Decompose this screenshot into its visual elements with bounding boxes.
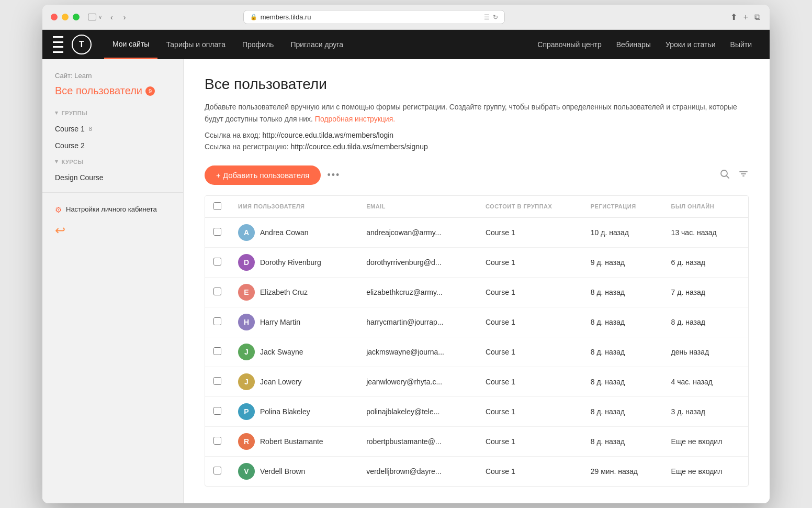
maximize-button[interactable] [73, 14, 80, 20]
user-reg: 10 д. назад [591, 228, 629, 237]
toolbar-right [719, 169, 749, 182]
avatar: H [238, 314, 255, 330]
row-checkbox-cell [205, 396, 230, 426]
table-row[interactable]: P Polina Blakeley polinajblakeley@tele..… [205, 396, 748, 426]
nav-profile[interactable]: Профиль [234, 30, 282, 59]
nav-lessons[interactable]: Уроки и статьи [658, 30, 723, 59]
toolbar: + Добавить пользователя ••• [205, 165, 749, 185]
row-email-cell: andreajcowan@army... [358, 217, 477, 247]
row-online-cell: 3 д. назад [663, 396, 748, 426]
row-checkbox-0[interactable] [213, 228, 221, 236]
nav-webinars[interactable]: Вебинары [609, 30, 658, 59]
sidebar: Сайт: Learn Все пользователи 9 ▾ ГРУППЫ … [42, 59, 184, 503]
table-row[interactable]: H Harry Martin harrycmartin@jourrap... C… [205, 307, 748, 337]
row-reg-cell: 8 д. назад [582, 277, 663, 307]
table-row[interactable]: R Robert Bustamante robertpbustamante@..… [205, 426, 748, 456]
address-bar[interactable]: 🔒 members.tilda.ru ☰ ↻ [243, 10, 505, 24]
instruction-link[interactable]: Подробная инструкция. [315, 115, 395, 123]
signup-link-label: Ссылка на регистрацию: http://cource.edu… [205, 142, 749, 151]
user-email: andreajcowan@army... [366, 228, 441, 237]
user-name: Harry Martin [260, 318, 300, 326]
row-groups-cell: Course 1 [477, 367, 582, 396]
avatar: A [238, 224, 255, 241]
row-reg-cell: 8 д. назад [582, 307, 663, 337]
nav-logout[interactable]: Выйти [723, 30, 759, 59]
share-button[interactable]: ⬆ [729, 11, 738, 23]
tabs-button[interactable]: ⧉ [753, 12, 761, 23]
row-groups-cell: Course 1 [477, 456, 582, 486]
user-online: 3 д. назад [671, 407, 705, 416]
row-checkbox-cell [205, 367, 230, 396]
row-reg-cell: 10 д. назад [582, 217, 663, 247]
sidebar-all-users[interactable]: Все пользователи 9 [42, 83, 183, 105]
table-row[interactable]: E Elizabeth Cruz elizabethkcruz@army... … [205, 277, 748, 307]
login-link-label: Ссылка на вход: http://cource.edu.tilda.… [205, 131, 749, 139]
row-checkbox-1[interactable] [213, 258, 221, 266]
user-groups: Course 1 [486, 378, 515, 386]
add-user-button[interactable]: + Добавить пользователя [205, 165, 321, 185]
user-reg: 8 д. назад [591, 437, 625, 446]
row-online-cell: 6 д. назад [663, 247, 748, 277]
user-email: jeanwlowery@rhyta.c... [366, 378, 442, 386]
row-checkbox-8[interactable] [213, 467, 221, 474]
row-checkbox-3[interactable] [213, 317, 221, 325]
search-button[interactable] [719, 169, 730, 182]
avatar: D [238, 254, 255, 271]
sidebar-divider [42, 192, 183, 193]
minimize-button[interactable] [62, 14, 69, 20]
row-name-cell: J Jean Lowery [230, 367, 358, 396]
login-link[interactable]: http://cource.edu.tilda.ws/members/login [263, 131, 394, 139]
table-row[interactable]: A Andrea Cowan andreajcowan@army... Cour… [205, 217, 748, 247]
user-online: 4 час. назад [671, 378, 713, 386]
sidebar-item-course1[interactable]: Course 1 8 [42, 120, 183, 137]
row-email-cell: polinajblakeley@tele... [358, 396, 477, 426]
nav-help[interactable]: Справочный центр [530, 30, 608, 59]
filter-button[interactable] [738, 169, 749, 182]
user-email: elizabethkcruz@army... [366, 288, 442, 296]
avatar: P [238, 403, 255, 420]
nav-my-sites[interactable]: Мои сайты [104, 30, 157, 59]
row-checkbox-7[interactable] [213, 437, 221, 445]
sidebar-item-course2[interactable]: Course 2 [42, 137, 183, 154]
row-online-cell: день назад [663, 337, 748, 367]
user-reg: 9 д. назад [591, 258, 625, 267]
row-checkbox-6[interactable] [213, 407, 221, 415]
table-row[interactable]: J Jean Lowery jeanwlowery@rhyta.c... Cou… [205, 367, 748, 396]
row-checkbox-2[interactable] [213, 288, 221, 295]
chevron-down-icon-courses: ▾ [55, 158, 59, 165]
row-email-cell: jackmswayne@journa... [358, 337, 477, 367]
avatar: J [238, 373, 255, 390]
row-groups-cell: Course 1 [477, 396, 582, 426]
select-all-checkbox[interactable] [213, 202, 221, 210]
row-checkbox-5[interactable] [213, 377, 221, 385]
signup-link[interactable]: http://cource.edu.tilda.ws/members/signu… [290, 142, 427, 151]
table-row[interactable]: J Jack Swayne jackmswayne@journa... Cour… [205, 337, 748, 367]
courses-section-header: ▾ КУРСЫ [42, 154, 183, 169]
app-nav: T Мои сайты Тарифы и оплата Профиль Приг… [42, 30, 770, 59]
sidebar-item-design-course[interactable]: Design Course [42, 169, 183, 186]
table-row[interactable]: V Verdell Brown verdelljbrown@dayre... C… [205, 456, 748, 486]
app-logo[interactable]: T [72, 35, 92, 54]
close-button[interactable] [51, 14, 58, 20]
new-tab-button[interactable]: + [742, 12, 749, 23]
refresh-icon[interactable]: ↻ [493, 14, 498, 21]
forward-button[interactable]: › [121, 12, 128, 23]
table-row[interactable]: D Dorothy Rivenburg dorothyrrivenburg@d.… [205, 247, 748, 277]
reader-icon[interactable]: ☰ [484, 14, 490, 21]
main-layout: Сайт: Learn Все пользователи 9 ▾ ГРУППЫ … [42, 59, 770, 503]
user-online: Еще не входил [671, 467, 723, 476]
page-description: Добавьте пользователей вручную или с пом… [205, 101, 749, 125]
back-button[interactable]: ‹ [108, 12, 115, 23]
user-reg: 8 д. назад [591, 318, 625, 326]
user-email: jackmswayne@journa... [366, 348, 444, 356]
browser-chrome: ∨ ‹ › 🔒 members.tilda.ru ☰ ↻ ⬆ + ⧉ [42, 5, 770, 30]
sidebar-settings[interactable]: ⚙ Настройки личного кабинета [42, 199, 183, 221]
nav-links: Мои сайты Тарифы и оплата Профиль Пригла… [104, 30, 352, 59]
nav-tariffs[interactable]: Тарифы и оплата [157, 30, 234, 59]
row-checkbox-4[interactable] [213, 347, 221, 355]
user-groups: Course 1 [486, 288, 515, 296]
row-groups-cell: Course 1 [477, 247, 582, 277]
more-options-button[interactable]: ••• [327, 170, 340, 181]
gear-icon: ⚙ [55, 205, 62, 215]
nav-invite[interactable]: Пригласи друга [282, 30, 352, 59]
